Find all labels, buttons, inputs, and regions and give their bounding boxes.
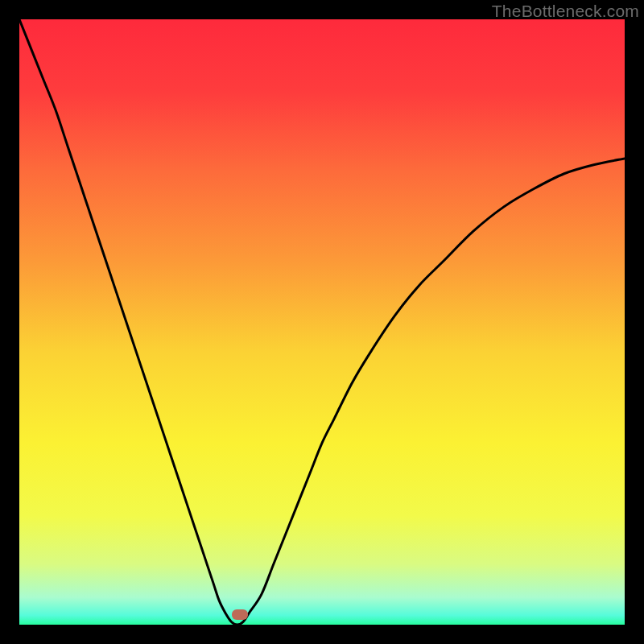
chart-frame bbox=[19, 19, 625, 625]
gradient-background bbox=[19, 19, 625, 625]
watermark-text: TheBottleneck.com bbox=[492, 2, 639, 21]
gradient-plot-svg bbox=[19, 19, 625, 625]
optimal-point-marker bbox=[232, 609, 248, 620]
plot-area bbox=[19, 19, 625, 625]
